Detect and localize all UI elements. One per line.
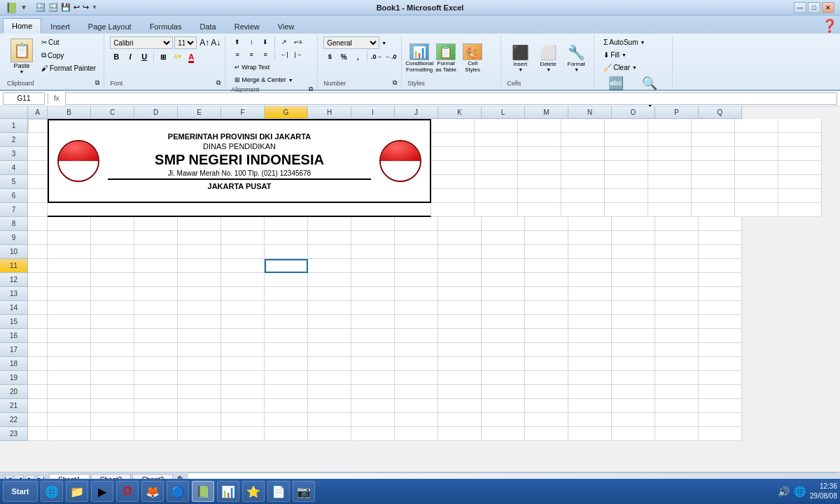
cell-b22[interactable] (48, 413, 91, 427)
cell-q11[interactable] (699, 259, 742, 273)
cell-k9[interactable] (438, 231, 482, 245)
cell-l13[interactable] (482, 287, 525, 301)
cell-c22[interactable] (91, 413, 134, 427)
cell-p7[interactable] (735, 203, 778, 217)
cell-e9[interactable] (178, 231, 221, 245)
cell-f16[interactable] (221, 329, 265, 343)
cell-d22[interactable] (134, 413, 178, 427)
cell-c21[interactable] (91, 399, 134, 413)
cell-b15[interactable] (48, 315, 91, 329)
cell-n9[interactable] (568, 231, 612, 245)
cell-i17[interactable] (351, 343, 395, 357)
align-left-button[interactable]: ≡ (231, 49, 244, 60)
cell-b12[interactable] (48, 273, 91, 287)
cell-g22[interactable] (265, 413, 308, 427)
cell-o11[interactable] (612, 259, 655, 273)
cell-a5[interactable] (28, 175, 48, 189)
cell-j20[interactable] (395, 385, 438, 399)
cell-g20[interactable] (265, 385, 308, 399)
cell-n1[interactable] (648, 119, 692, 133)
cell-i12[interactable] (351, 273, 395, 287)
cell-q23[interactable] (699, 427, 742, 441)
cell-i19[interactable] (351, 371, 395, 385)
cell-f12[interactable] (221, 273, 265, 287)
cell-i11[interactable] (351, 259, 395, 273)
close-button[interactable]: ✕ (822, 2, 834, 13)
cell-e14[interactable] (178, 301, 221, 315)
cell-l14[interactable] (482, 301, 525, 315)
cell-j19[interactable] (395, 371, 438, 385)
cell-k1[interactable] (518, 119, 561, 133)
cell-i15[interactable] (351, 315, 395, 329)
cell-p9[interactable] (655, 231, 699, 245)
cell-e8[interactable] (178, 217, 221, 231)
cell-m5[interactable] (605, 175, 648, 189)
cell-n8[interactable] (568, 217, 612, 231)
cell-l2[interactable] (561, 133, 605, 147)
cell-e20[interactable] (178, 385, 221, 399)
cell-f18[interactable] (221, 357, 265, 371)
cell-l4[interactable] (561, 161, 605, 175)
cell-h15[interactable] (308, 315, 351, 329)
number-expand-icon[interactable]: ⧉ (393, 79, 397, 87)
cell-o17[interactable] (612, 343, 655, 357)
delete-cells-button[interactable]: ⬜ Delete ▼ (535, 42, 561, 74)
cell-o15[interactable] (612, 315, 655, 329)
cell-p22[interactable] (655, 413, 699, 427)
cell-g10[interactable] (265, 245, 308, 259)
cell-k19[interactable] (438, 371, 482, 385)
firefox-button[interactable]: 🦊 (141, 481, 164, 502)
cell-m2[interactable] (605, 133, 648, 147)
paste-button[interactable]: 📋 Paste ▼ (7, 36, 36, 76)
cell-e13[interactable] (178, 287, 221, 301)
cell-reference-input[interactable] (3, 92, 45, 105)
cell-c23[interactable] (91, 427, 134, 441)
cell-g17[interactable] (265, 343, 308, 357)
cell-j16[interactable] (395, 329, 438, 343)
cell-o6[interactable] (692, 189, 735, 203)
cell-m7[interactable] (605, 203, 648, 217)
cell-i5[interactable] (431, 175, 475, 189)
align-top-button[interactable]: ⬆ (231, 36, 244, 48)
cell-e22[interactable] (178, 413, 221, 427)
cell-a8[interactable] (28, 217, 48, 231)
cell-p16[interactable] (655, 329, 699, 343)
cell-l9[interactable] (482, 231, 525, 245)
cell-e12[interactable] (178, 273, 221, 287)
cell-j2[interactable] (475, 133, 518, 147)
cell-n13[interactable] (568, 287, 612, 301)
cell-b8[interactable] (48, 217, 91, 231)
cell-d20[interactable] (134, 385, 178, 399)
cell-d16[interactable] (134, 329, 178, 343)
cell-q10[interactable] (699, 245, 742, 259)
cell-h18[interactable] (308, 357, 351, 371)
number-format-arrow[interactable]: ▼ (382, 41, 386, 46)
formula-input[interactable] (65, 92, 837, 105)
cell-b9[interactable] (48, 231, 91, 245)
cell-styles-button[interactable]: 🎨 Cell Styles (461, 43, 484, 74)
cell-i23[interactable] (351, 427, 395, 441)
cell-q13[interactable] (699, 287, 742, 301)
cell-p12[interactable] (655, 273, 699, 287)
cell-m4[interactable] (605, 161, 648, 175)
cell-o8[interactable] (612, 217, 655, 231)
cell-e16[interactable] (178, 329, 221, 343)
cell-d9[interactable] (134, 231, 178, 245)
cell-d21[interactable] (134, 399, 178, 413)
cell-k11[interactable] (438, 259, 482, 273)
cell-q14[interactable] (699, 301, 742, 315)
cell-j1[interactable] (475, 119, 518, 133)
cell-o14[interactable] (612, 301, 655, 315)
cell-l3[interactable] (561, 147, 605, 161)
cell-p23[interactable] (655, 427, 699, 441)
align-center-button[interactable]: ≡ (245, 49, 258, 60)
cell-k3[interactable] (518, 147, 561, 161)
cell-f19[interactable] (221, 371, 265, 385)
cell-i6[interactable] (431, 189, 475, 203)
cell-l16[interactable] (482, 329, 525, 343)
cell-i9[interactable] (351, 231, 395, 245)
cell-o18[interactable] (612, 357, 655, 371)
cell-c8[interactable] (91, 217, 134, 231)
cell-g13[interactable] (265, 287, 308, 301)
cell-k12[interactable] (438, 273, 482, 287)
